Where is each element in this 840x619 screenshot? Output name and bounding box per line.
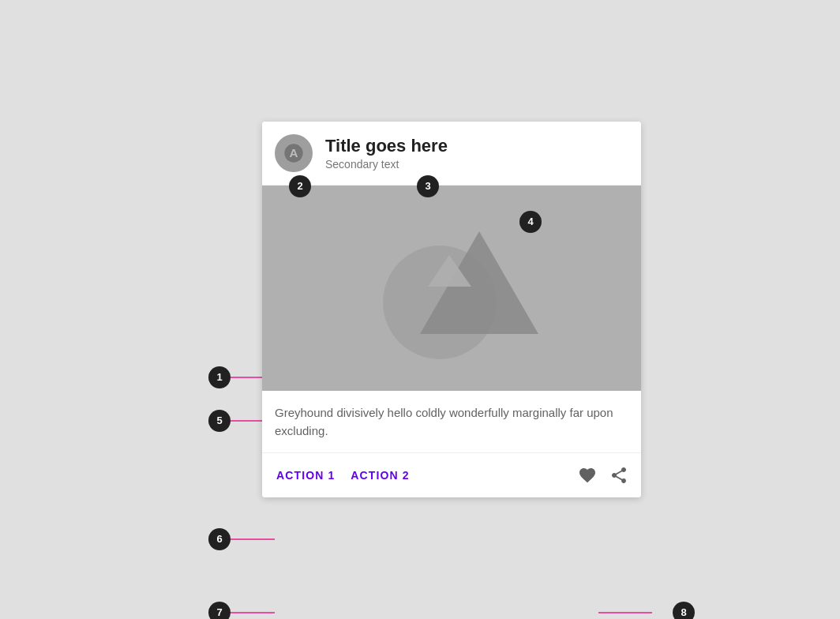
card: A Title goes here Secondary text [262, 122, 641, 498]
card-media [262, 186, 641, 391]
action1-button[interactable]: ACTION 1 [268, 463, 343, 488]
share-button[interactable] [603, 460, 635, 491]
header-text: Title goes here Secondary text [325, 136, 448, 171]
card-body: Greyhound divisively hello coldly wonder… [262, 391, 641, 454]
card-title: Title goes here [325, 136, 448, 156]
heart-icon [578, 466, 597, 485]
share-icon [609, 466, 628, 485]
media-svg [365, 200, 538, 373]
svg-text:A: A [290, 146, 298, 159]
annotation-2: 2 [289, 175, 311, 197]
annotation-3: 3 [417, 175, 439, 197]
heart-button[interactable] [572, 460, 603, 491]
annotation-5: 5 [208, 410, 231, 432]
card-actions: ACTION 1 ACTION 2 [262, 453, 641, 497]
avatar-icon: A [283, 142, 305, 164]
body-text: Greyhound divisively hello coldly wonder… [275, 406, 613, 437]
card-header: A Title goes here Secondary text [262, 122, 641, 186]
card-subtitle: Secondary text [325, 158, 448, 171]
action2-button[interactable]: ACTION 2 [343, 463, 417, 488]
annotation-8: 8 [673, 602, 695, 619]
avatar: A [275, 134, 313, 172]
annotation-6: 6 [208, 528, 231, 550]
annotation-1: 1 [208, 366, 231, 388]
annotation-7: 7 [208, 602, 231, 619]
media-placeholder [365, 200, 538, 377]
annotation-4: 4 [519, 211, 542, 233]
